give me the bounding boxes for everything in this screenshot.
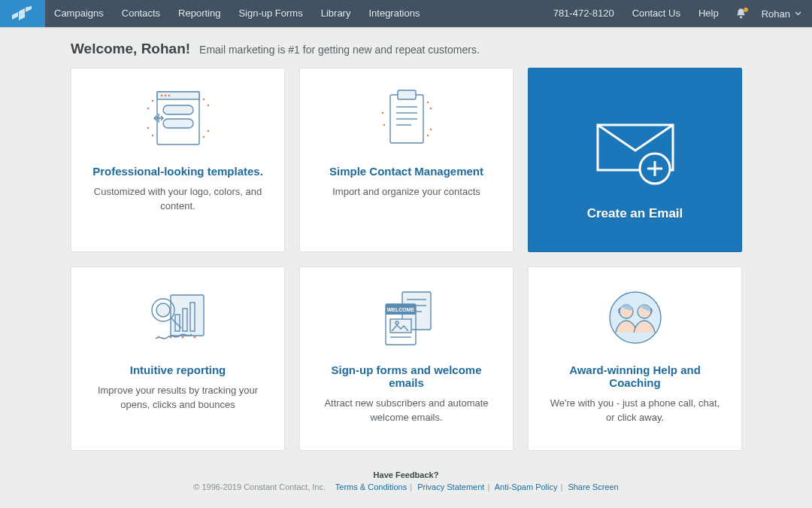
card-title: Professional-looking templates. [92,165,263,178]
notifications-button[interactable] [728,8,754,20]
templates-icon [133,84,223,156]
svg-point-16 [202,99,204,100]
signup-form-icon: WELCOME [362,282,452,354]
page-title: Welcome, Rohan! [71,41,190,57]
logo-icon [12,6,33,21]
nav-contact[interactable]: Contact Us [623,0,689,27]
footer-privacy[interactable]: Privacy Statement [417,482,484,491]
svg-point-44 [169,336,171,339]
card-create-email[interactable]: Create an Email [528,68,742,252]
svg-point-43 [157,336,159,339]
svg-point-8 [164,95,166,97]
footer-terms[interactable]: Terms & Conditions [335,482,407,491]
feature-grid: Professional-looking templates. Customiz… [71,68,742,451]
svg-point-31 [426,102,428,103]
nav-signup-forms[interactable]: Sign-up Forms [229,0,311,27]
page-header: Welcome, Rohan! Email marketing is #1 fo… [0,27,812,68]
svg-rect-6 [157,92,199,99]
svg-point-9 [168,95,170,97]
page-subtitle: Email marketing is #1 for getting new an… [199,44,480,56]
svg-marker-2 [26,6,32,12]
chevron-down-icon [795,11,801,16]
card-title: Sign-up forms and welcome emails [314,364,499,389]
notification-dot-icon [744,8,748,12]
user-menu[interactable]: Rohan [754,8,812,20]
clipboard-icon [362,84,452,156]
card-title: Award-winning Help and Coaching [542,364,728,389]
svg-rect-11 [163,119,193,128]
envelope-plus-icon [583,110,688,193]
card-title: Simple Contact Management [329,165,483,178]
card-desc: Attract new subscribers and automate wel… [314,397,499,425]
nav-help[interactable]: Help [689,0,728,27]
footer: Have Feedback? © 1996-2019 Constant Cont… [0,470,812,491]
reporting-icon [133,282,223,354]
svg-point-57 [610,292,661,343]
svg-point-12 [147,108,148,109]
svg-point-15 [207,130,208,132]
nav-phone[interactable]: 781-472-8120 [544,0,623,27]
copyright: © 1996-2019 Constant Contact, Inc. [193,482,326,491]
nav-left: Campaigns Contacts Reporting Sign-up For… [45,0,429,27]
logo[interactable] [0,0,45,27]
svg-point-18 [151,100,153,102]
svg-point-14 [207,105,208,106]
svg-point-4 [740,16,742,18]
nav-right: 781-472-8120 Contact Us Help Rohan [544,0,812,27]
card-title: Create an Email [587,206,683,221]
card-help-coaching[interactable]: Award-winning Help and Coaching We're wi… [528,266,742,451]
svg-point-30 [426,135,428,136]
svg-point-46 [193,336,195,339]
card-desc: We're with you - just a phone call, chat… [542,397,728,425]
top-nav: Campaigns Contacts Reporting Sign-up For… [0,0,812,27]
nav-campaigns[interactable]: Campaigns [45,0,113,27]
svg-marker-0 [12,12,18,20]
footer-share[interactable]: Share Screen [568,482,618,491]
svg-point-29 [429,129,431,130]
card-reporting[interactable]: Intuitive reporting Improve your results… [71,266,285,451]
svg-point-27 [383,124,384,126]
svg-point-17 [202,136,204,138]
nav-reporting[interactable]: Reporting [169,0,229,27]
svg-point-13 [147,127,148,129]
svg-point-41 [156,303,170,317]
svg-rect-21 [398,90,416,99]
card-desc: Customized with your logo, colors, and c… [85,185,271,214]
svg-rect-10 [163,105,193,114]
svg-point-26 [381,112,383,114]
svg-text:WELCOME: WELCOME [386,307,414,312]
nav-library[interactable]: Library [312,0,360,27]
support-people-icon [590,282,680,354]
nav-integrations[interactable]: Integrations [359,0,429,27]
svg-point-19 [151,135,153,136]
card-templates[interactable]: Professional-looking templates. Customiz… [71,68,285,252]
card-desc: Import and organize your contacts [329,185,483,199]
svg-point-45 [181,336,183,339]
card-contacts[interactable]: Simple Contact Management Import and org… [299,68,514,252]
feedback-link[interactable]: Have Feedback? [374,470,439,479]
card-signup-forms[interactable]: WELCOME Sign-up forms and welcome emails… [299,266,514,451]
user-name: Rohan [762,8,790,20]
footer-spam[interactable]: Anti-Spam Policy [495,482,558,491]
card-title: Intuitive reporting [130,364,226,376]
svg-point-7 [160,95,162,97]
card-desc: Improve your results by tracking your op… [85,384,271,412]
svg-point-28 [429,108,431,109]
nav-contacts[interactable]: Contacts [113,0,169,27]
